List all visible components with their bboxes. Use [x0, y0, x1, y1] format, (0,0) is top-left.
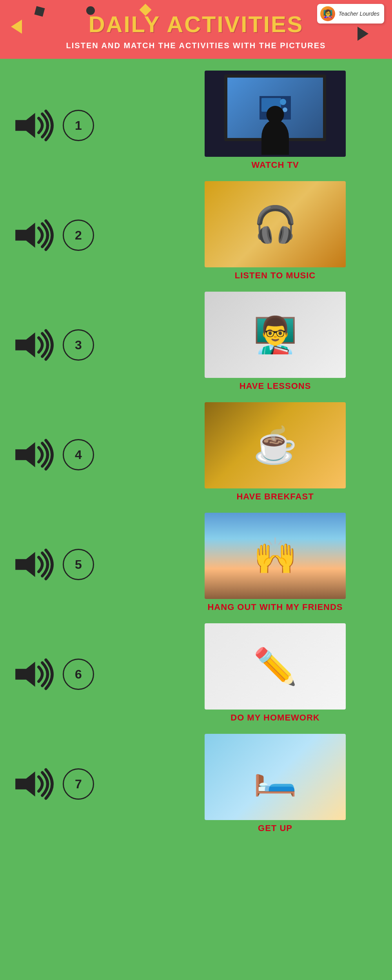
music-emoji: 🎧	[253, 207, 297, 242]
left-column: 1 2	[8, 71, 158, 844]
logo-text: Teacher Lourdes	[338, 11, 379, 17]
activity-image-6: ✏️	[205, 623, 346, 710]
sound-button-3[interactable]	[12, 325, 55, 365]
svg-marker-3	[15, 442, 35, 467]
scene-watch-tv	[205, 71, 346, 157]
logo-box: 👩‍🏫 Teacher Lourdes	[317, 4, 384, 24]
activity-image-2: 🎧	[205, 181, 346, 267]
sound-row-7: 7	[8, 729, 158, 839]
sound-button-6[interactable]	[12, 655, 55, 694]
sound-row-3: 3	[8, 290, 158, 400]
svg-point-9	[280, 99, 286, 105]
activity-item-4: ☕ HAVE BREKFAST	[166, 402, 384, 502]
person-head	[267, 106, 284, 123]
number-circle-6: 6	[63, 659, 94, 690]
activity-label-2: LISTEN TO MUSIC	[235, 270, 316, 281]
subtitle: LISTEN AND MATCH THE ACTIVITIES WITH THE…	[8, 41, 384, 50]
lesson-emoji: 👨‍🏫	[253, 317, 297, 352]
activity-item-3: 👨‍🏫 HAVE LESSONS	[166, 292, 384, 391]
activity-label-4: HAVE BREKFAST	[236, 492, 314, 502]
getup-emoji: 🛏️	[253, 759, 297, 795]
sound-button-5[interactable]	[12, 545, 55, 584]
sound-button-2[interactable]	[12, 216, 55, 255]
activity-item-2: 🎧 LISTEN TO MUSIC	[166, 181, 384, 281]
number-circle-4: 4	[63, 439, 94, 470]
person-silhouette	[261, 120, 289, 155]
sound-row-5: 5	[8, 510, 158, 619]
sound-button-1[interactable]	[12, 106, 55, 145]
activity-label-3: HAVE LESSONS	[240, 381, 311, 391]
activity-image-4: ☕	[205, 402, 346, 488]
right-column: WATCH TV 🎧 LISTEN TO MUSIC 👨‍🏫 HAVE LESS…	[158, 71, 384, 844]
activity-image-5: 🙌	[205, 513, 346, 599]
sound-button-7[interactable]	[12, 764, 55, 804]
svg-marker-1	[15, 223, 35, 248]
scene-have-lessons: 👨‍🏫	[205, 292, 346, 378]
activity-item-1: WATCH TV	[166, 71, 384, 170]
activity-item-5: 🙌 HANG OUT WITH MY FRIENDS	[166, 513, 384, 612]
sound-row-1: 1	[8, 71, 158, 180]
scene-have-breakfast: ☕	[205, 402, 346, 488]
number-circle-2: 2	[63, 220, 94, 251]
activity-image-7: 🛏️	[205, 734, 346, 820]
header: 👩‍🏫 Teacher Lourdes DAILY ACTIVITIES LIS…	[0, 0, 392, 59]
activity-image-1	[205, 71, 346, 157]
svg-marker-2	[15, 332, 35, 358]
number-circle-5: 5	[63, 549, 94, 580]
activity-image-3: 👨‍🏫	[205, 292, 346, 378]
number-circle-7: 7	[63, 768, 94, 800]
main-content: 1 2	[0, 59, 392, 856]
scene-listen-music: 🎧	[205, 181, 346, 267]
activity-label-1: WATCH TV	[251, 160, 299, 170]
scene-hang-out: 🙌	[205, 513, 346, 599]
number-circle-3: 3	[63, 329, 94, 361]
activity-label-5: HANG OUT WITH MY FRIENDS	[207, 602, 343, 612]
activity-item-6: ✏️ DO MY HOMEWORK	[166, 623, 384, 723]
scene-do-homework: ✏️	[205, 623, 346, 710]
activity-label-6: DO MY HOMEWORK	[230, 713, 319, 723]
sound-row-6: 6	[8, 619, 158, 729]
breakfast-emoji: ☕	[253, 428, 297, 463]
sound-row-2: 2	[8, 180, 158, 290]
svg-marker-6	[15, 771, 35, 797]
friends-emoji: 🙌	[253, 538, 297, 573]
number-circle-1: 1	[63, 110, 94, 141]
activity-label-7: GET UP	[258, 823, 292, 833]
homework-emoji: ✏️	[253, 649, 297, 684]
sound-row-4: 4	[8, 400, 158, 510]
scene-get-up: 🛏️	[205, 734, 346, 820]
svg-marker-0	[15, 113, 35, 138]
logo-avatar: 👩‍🏫	[320, 6, 335, 21]
sound-button-4[interactable]	[12, 435, 55, 474]
svg-marker-4	[15, 552, 35, 577]
activity-item-7: 🛏️ GET UP	[166, 734, 384, 833]
svg-marker-5	[15, 662, 35, 687]
